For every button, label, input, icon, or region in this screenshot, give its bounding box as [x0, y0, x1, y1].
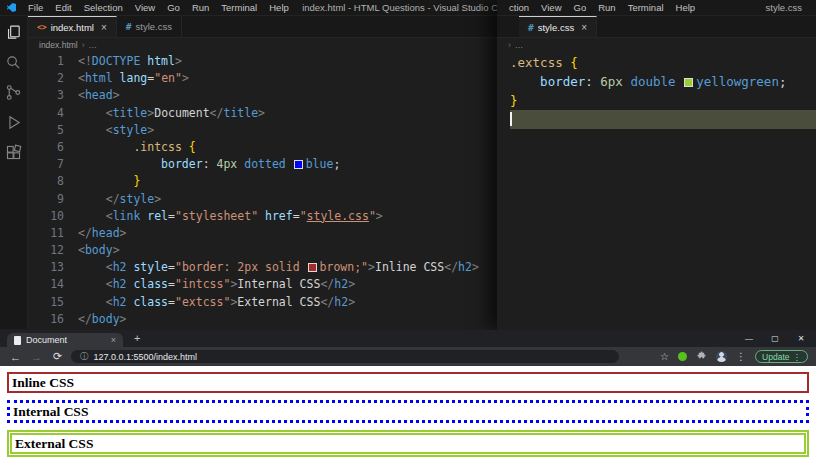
rendered-page: Inline CSS Internal CSS External CSS: [0, 366, 816, 459]
bookmark-star-icon[interactable]: ☆: [660, 347, 669, 366]
run-debug-icon[interactable]: [5, 114, 22, 131]
menu-terminal[interactable]: Terminal: [215, 0, 263, 15]
extension-green-icon[interactable]: [678, 352, 687, 361]
menu-file[interactable]: File: [22, 0, 49, 15]
line-number: 15: [28, 294, 78, 311]
close-tab-icon[interactable]: ×: [111, 335, 116, 345]
menu-view[interactable]: View: [129, 0, 161, 15]
menu-view[interactable]: View: [535, 0, 567, 15]
line-number: 13: [28, 259, 78, 276]
menu-run[interactable]: Run: [592, 0, 621, 15]
minimize-button[interactable]: —: [736, 334, 762, 343]
screen: File Edit Selection View Go Run Terminal…: [0, 0, 816, 459]
source-control-icon[interactable]: [5, 84, 22, 101]
line-number: 6: [28, 139, 78, 156]
breadcrumb-chevron-icon: ›: [508, 40, 511, 50]
vscode-logo-icon: [7, 3, 16, 12]
editor-tab-bar: # style.css ×: [497, 16, 816, 38]
tab-label: index.html: [51, 22, 94, 33]
close-tab-icon[interactable]: ×: [101, 22, 107, 33]
heading-internal-css: Internal CSS: [7, 400, 809, 423]
line-number: 12: [28, 242, 78, 259]
window-title: style.css: [766, 2, 802, 13]
browser-menu-icon[interactable]: ⋮: [736, 347, 746, 366]
update-menu-icon: ⋮: [793, 352, 802, 362]
menu-terminal[interactable]: Terminal: [622, 0, 670, 15]
toolbar-icons: ☆ ⋮ Update ⋮: [660, 347, 808, 366]
line-number: 14: [28, 276, 78, 293]
tab-label: style.css: [136, 21, 172, 32]
line-number: 16: [28, 311, 78, 328]
code-editor-style-css[interactable]: .extcss { border: 6px double yellowgreen…: [497, 52, 816, 329]
code-line[interactable]: }: [510, 91, 816, 110]
line-number: 9: [28, 191, 78, 208]
line-number: 10: [28, 208, 78, 225]
browser-tab-bar: Document × + — ▢ ✕: [0, 330, 816, 347]
vscode-window-style-css: ction View Go Run Terminal Help style.cs…: [497, 0, 816, 330]
profile-avatar[interactable]: [716, 351, 727, 362]
page-favicon-icon: [14, 336, 21, 345]
menu-selection[interactable]: Selection: [78, 0, 129, 15]
breadcrumb-chevron-icon: ›: [82, 40, 85, 50]
menu-help[interactable]: Help: [263, 0, 295, 15]
browser-tab-document[interactable]: Document ×: [7, 333, 123, 347]
line-number: 8: [28, 173, 78, 190]
tab-style-css[interactable]: # style.css: [117, 16, 182, 37]
line-number: 1: [28, 53, 78, 70]
close-button[interactable]: ✕: [788, 334, 814, 343]
color-swatch-icon[interactable]: [684, 78, 693, 87]
tab-label: style.css: [538, 22, 574, 33]
heading-inline-css: Inline CSS: [7, 372, 809, 393]
window-controls: — ▢ ✕: [736, 330, 814, 347]
forward-button[interactable]: →: [29, 351, 44, 363]
line-number: 5: [28, 122, 78, 139]
breadcrumb-file[interactable]: index.html: [39, 40, 78, 50]
browser-toolbar: ← → ⟳ ⓘ 127.0.0.1:5500/index.html ☆ ⋮ Up…: [0, 347, 816, 366]
line-number: 3: [28, 87, 78, 104]
html-file-icon: <>: [37, 23, 47, 32]
color-swatch-icon[interactable]: [308, 263, 317, 272]
css-file-icon: #: [126, 21, 132, 32]
menu-edit[interactable]: Edit: [49, 0, 77, 15]
vscode-menubar: File Edit Selection View Go Run Terminal…: [22, 0, 295, 15]
url-text: 127.0.0.1:5500/index.html: [94, 352, 198, 362]
code-line[interactable]: [510, 110, 816, 129]
code-line[interactable]: border: 6px double yellowgreen;: [510, 72, 816, 91]
heading-external-css: External CSS: [7, 430, 809, 457]
menu-go[interactable]: Go: [161, 0, 186, 15]
explorer-icon[interactable]: [5, 24, 22, 41]
line-number: 4: [28, 105, 78, 122]
search-icon[interactable]: [5, 54, 22, 71]
menu-selection-clipped[interactable]: ction: [503, 0, 535, 15]
activity-bar: [0, 16, 28, 329]
css-file-icon: #: [528, 22, 534, 33]
breadcrumbs[interactable]: › …: [497, 38, 816, 52]
address-bar[interactable]: ⓘ 127.0.0.1:5500/index.html: [71, 350, 619, 363]
editor-group: # style.css × › … .extcss { border: 6px …: [497, 16, 816, 329]
close-tab-icon[interactable]: ×: [581, 22, 587, 33]
vscode-titlebar: ction View Go Run Terminal Help style.cs…: [497, 0, 816, 16]
extensions-puzzle-icon[interactable]: [696, 351, 707, 362]
tab-index-html[interactable]: <> index.html ×: [28, 16, 117, 37]
tab-style-css[interactable]: # style.css ×: [519, 16, 597, 37]
color-swatch-icon[interactable]: [294, 160, 303, 169]
menu-help[interactable]: Help: [670, 0, 702, 15]
update-button[interactable]: Update ⋮: [755, 350, 808, 363]
back-button[interactable]: ←: [8, 351, 23, 363]
maximize-button[interactable]: ▢: [762, 334, 788, 343]
line-number: 11: [28, 225, 78, 242]
browser-window: Document × + — ▢ ✕ ← → ⟳ ⓘ 127.0.0.1:550…: [0, 330, 816, 459]
new-tab-button[interactable]: +: [134, 330, 140, 347]
text-cursor: [510, 112, 512, 126]
menu-go[interactable]: Go: [568, 0, 593, 15]
breadcrumb-more[interactable]: …: [515, 40, 524, 50]
line-number: 2: [28, 70, 78, 87]
breadcrumb-more[interactable]: …: [89, 40, 98, 50]
site-info-icon[interactable]: ⓘ: [80, 350, 89, 363]
line-number: 7: [28, 156, 78, 173]
extensions-icon[interactable]: [5, 144, 22, 161]
update-label: Update: [762, 352, 789, 362]
reload-button[interactable]: ⟳: [50, 350, 65, 363]
code-line[interactable]: .extcss {: [510, 53, 816, 72]
menu-run[interactable]: Run: [186, 0, 215, 15]
